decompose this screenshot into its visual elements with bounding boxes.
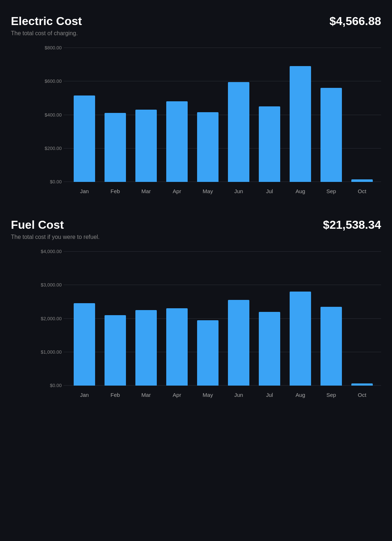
bar (166, 101, 188, 182)
bar (74, 303, 95, 386)
bar-group (69, 48, 100, 182)
bar-group (254, 251, 285, 386)
x-axis-label: May (192, 386, 223, 404)
y-axis-label: $0.00 (50, 179, 62, 184)
y-axis-label: $4,000.00 (41, 249, 62, 254)
x-axis-label: Jan (69, 182, 100, 200)
bar-group (131, 48, 162, 182)
x-axis-label: Mar (131, 182, 162, 200)
x-axis-label: Sep (316, 386, 347, 404)
bar-group (131, 251, 162, 386)
bar-group (285, 48, 316, 182)
x-axis-label: Jun (223, 386, 254, 404)
fuel-cost-total: $21,538.34 (323, 218, 381, 232)
x-axis-label: Jun (223, 182, 254, 200)
bar (228, 300, 250, 386)
bar (259, 312, 281, 386)
bar-group (192, 251, 223, 386)
bar (290, 66, 311, 182)
bar-group (316, 48, 347, 182)
bar (320, 307, 342, 386)
x-axis-label: Apr (162, 386, 192, 404)
y-axis-label: $200.00 (45, 146, 62, 151)
bar (135, 110, 157, 182)
y-axis-label: $400.00 (45, 112, 62, 118)
x-axis-label: Mar (131, 386, 162, 404)
bar-group (285, 251, 316, 386)
y-axis-label: $2,000.00 (41, 316, 62, 321)
electric-cost-section: Electric Cost $4,566.88 The total cost o… (11, 15, 381, 200)
bar-group (100, 251, 131, 386)
bar (135, 310, 157, 386)
x-axis-label: Oct (347, 386, 377, 404)
fuel-cost-title: Fuel Cost (11, 218, 64, 232)
x-axis-label: Jan (69, 386, 100, 404)
x-axis-label: Jul (254, 386, 285, 404)
x-axis-label: Apr (162, 182, 192, 200)
fuel-cost-section: Fuel Cost $21,538.34 The total cost if y… (11, 218, 381, 404)
x-axis-label: Oct (347, 182, 377, 200)
bar-group (162, 48, 192, 182)
bar-group (316, 251, 347, 386)
bar-group (254, 48, 285, 182)
y-axis-label: $600.00 (45, 78, 62, 84)
fuel-cost-subtitle: The total cost if you were to refuel. (11, 234, 381, 240)
electric-cost-total: $4,566.88 (330, 15, 381, 28)
bar-group (347, 251, 377, 386)
fuel-chart-area: $4,000.00$3,000.00$2,000.00$1,000.00$0.0… (38, 251, 381, 404)
bar-group (223, 251, 254, 386)
bar-group (100, 48, 131, 182)
y-axis-label: $1,000.00 (41, 349, 62, 355)
bar-group (69, 251, 100, 386)
y-axis-label: $0.00 (50, 383, 62, 388)
x-axis-label: Aug (285, 182, 316, 200)
x-axis-label: Jul (254, 182, 285, 200)
x-axis-label: Sep (316, 182, 347, 200)
bar (166, 308, 188, 386)
bar (228, 82, 250, 182)
bar (259, 106, 281, 182)
bar (74, 95, 95, 182)
bar (197, 112, 219, 182)
x-axis-label: May (192, 182, 223, 200)
bar-group (347, 48, 377, 182)
bar-group (223, 48, 254, 182)
bar (105, 113, 126, 182)
y-axis-label: $800.00 (45, 45, 62, 50)
y-axis-label: $3,000.00 (41, 282, 62, 288)
bar (351, 179, 373, 182)
bar (105, 315, 126, 386)
bar (320, 88, 342, 182)
electric-cost-subtitle: The total cost of charging. (11, 30, 381, 37)
electric-cost-title: Electric Cost (11, 15, 82, 28)
x-axis-label: Aug (285, 386, 316, 404)
x-axis-label: Feb (100, 386, 131, 404)
bar (197, 320, 219, 386)
x-axis-label: Feb (100, 182, 131, 200)
bar (290, 292, 311, 386)
electric-chart-area: $800.00$600.00$400.00$200.00$0.00 JanFeb… (38, 48, 381, 200)
bar-group (162, 251, 192, 386)
bar-group (192, 48, 223, 182)
